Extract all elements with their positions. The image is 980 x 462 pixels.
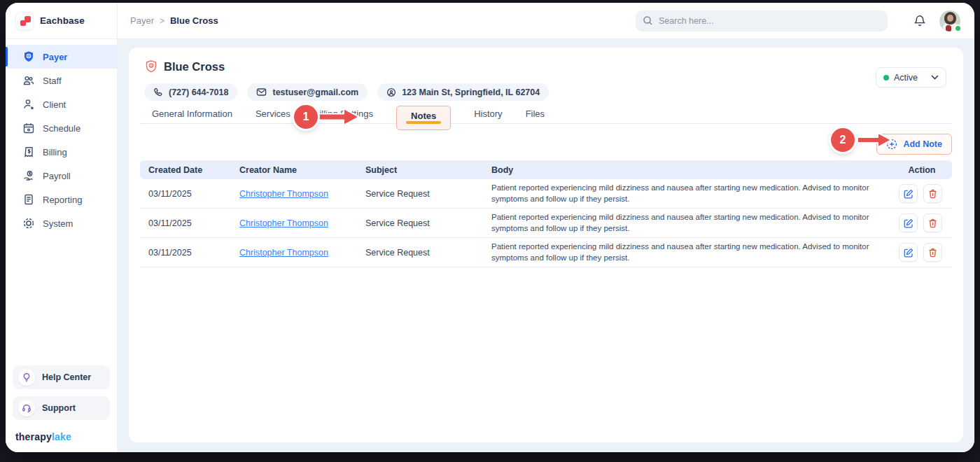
note-body-text: Patient reported experiencing mild dizzi…: [483, 209, 892, 237]
annotation-step-2-badge: 2: [831, 128, 855, 152]
breadcrumb-payer-link[interactable]: Payer: [130, 15, 154, 26]
creator-name-link[interactable]: Christopher Thompson: [239, 218, 328, 228]
sidebar-item-billing[interactable]: Billing: [6, 140, 117, 164]
help-bulb-icon: [18, 369, 35, 386]
creator-name-link[interactable]: Christopher Thompson: [239, 248, 328, 258]
sidebar-item-system[interactable]: System: [6, 211, 117, 235]
breadcrumb: Payer > Blue Cross: [130, 15, 218, 26]
gear-icon: [22, 217, 35, 230]
annotation-arrow-2: [857, 130, 893, 150]
phone-chip: (727) 644-7018: [144, 83, 237, 101]
delete-note-button[interactable]: [923, 214, 942, 232]
col-creator-name: Creator Name: [231, 165, 357, 175]
sidebar-item-label: System: [43, 218, 73, 229]
annotation-arrow-1: [316, 106, 361, 127]
delete-note-button[interactable]: [923, 184, 942, 203]
sidebar-item-label: Staff: [43, 76, 62, 86]
sidebar-item-reporting[interactable]: Reporting: [6, 188, 117, 211]
payer-detail-card: Blue Cross Active (727) 644-7018: [129, 48, 963, 442]
delete-note-button[interactable]: [923, 243, 942, 262]
note-body-text: Patient reported experiencing mild dizzi…: [483, 179, 892, 208]
created-date-value: 03/11/2025: [140, 218, 231, 228]
shield-icon: [22, 50, 35, 63]
online-status-dot: [954, 24, 962, 32]
user-avatar[interactable]: [939, 10, 960, 31]
tab-notes[interactable]: Notes: [396, 106, 451, 130]
tab-files[interactable]: Files: [526, 106, 545, 119]
payroll-icon: [22, 169, 35, 182]
email-chip: testuser@gmail.com: [247, 83, 368, 101]
location-icon: [386, 88, 396, 97]
subject-value: Service Request: [357, 218, 483, 228]
support-label: Support: [42, 403, 76, 413]
receipt-icon: [22, 146, 35, 158]
edit-note-button[interactable]: [899, 243, 918, 262]
tab-general-information[interactable]: General Information: [152, 106, 232, 119]
search-bar[interactable]: [636, 10, 888, 31]
tab-history[interactable]: History: [474, 106, 502, 119]
breadcrumb-current: Blue Cross: [170, 15, 218, 26]
sidebar-item-payer[interactable]: Payer: [6, 45, 117, 69]
sidebar-item-label: Payer: [43, 52, 67, 62]
topbar: Payer > Blue Cross: [118, 3, 974, 39]
address-chip: 123 Main St, Springfield, IL 62704: [377, 83, 549, 101]
table-row: 03/11/2025 Christopher Thompson Service …: [140, 209, 952, 238]
add-note-label: Add Note: [903, 139, 942, 149]
address-value: 123 Main St, Springfield, IL 62704: [402, 88, 540, 97]
col-subject: Subject: [357, 165, 483, 175]
search-input[interactable]: [659, 16, 881, 26]
sidebar-item-label: Reporting: [43, 195, 82, 205]
content-area: Blue Cross Active (727) 644-7018: [118, 39, 974, 452]
table-row: 03/11/2025 Christopher Thompson Service …: [140, 179, 952, 209]
bell-icon: [913, 14, 927, 28]
tab-services[interactable]: Services: [255, 106, 290, 119]
sidebar-item-label: Billing: [43, 147, 67, 158]
search-icon: [643, 15, 653, 26]
report-icon: [22, 193, 35, 206]
chevron-down-icon: [931, 75, 939, 80]
main-area: Payer > Blue Cross: [118, 3, 974, 452]
sidebar-item-client[interactable]: Client: [6, 92, 117, 116]
brand-logo-icon: [15, 12, 34, 30]
notifications-button[interactable]: [913, 14, 927, 28]
created-date-value: 03/11/2025: [140, 248, 231, 258]
person-icon: [22, 98, 35, 111]
breadcrumb-separator: >: [160, 16, 164, 26]
sidebar-item-label: Schedule: [43, 123, 80, 134]
active-status-dot: [883, 75, 889, 80]
subject-value: Service Request: [357, 248, 483, 258]
sidebar-item-label: Client: [43, 99, 66, 110]
app-window: Eachbase Payer Staff Client: [6, 3, 974, 452]
phone-value: (727) 644-7018: [169, 88, 228, 97]
payer-title-row: Blue Cross: [140, 57, 952, 76]
phone-icon: [153, 88, 163, 97]
note-body-text: Patient reported experiencing mild dizzi…: [483, 238, 892, 267]
email-value: testuser@gmail.com: [272, 88, 358, 97]
edit-note-button[interactable]: [899, 184, 918, 203]
brand-logo: Eachbase: [6, 3, 117, 39]
notes-table-header: Created Date Creator Name Subject Body A…: [140, 160, 952, 179]
contact-chips: (727) 644-7018 testuser@gmail.com 123 Ma…: [140, 83, 952, 101]
edit-note-button[interactable]: [899, 214, 918, 232]
tab-bar: General Information Services Billing Set…: [140, 106, 952, 131]
created-date-value: 03/11/2025: [140, 189, 231, 199]
page-title: Blue Cross: [164, 60, 225, 74]
annotation-step-1-badge: 1: [294, 105, 318, 129]
col-action: Action: [892, 165, 952, 175]
sidebar-item-schedule[interactable]: Schedule: [6, 116, 117, 140]
support-button[interactable]: Support: [13, 396, 110, 420]
sidebar-item-staff[interactable]: Staff: [6, 69, 117, 92]
col-body: Body: [483, 165, 892, 175]
table-row: 03/11/2025 Christopher Thompson Service …: [140, 238, 952, 267]
status-dropdown[interactable]: Active: [876, 67, 946, 88]
payer-shield-icon: [144, 59, 158, 74]
help-center-button[interactable]: Help Center: [13, 365, 110, 389]
calendar-icon: [22, 122, 35, 134]
creator-name-link[interactable]: Christopher Thompson: [239, 189, 328, 199]
therapylake-logo: therapylake: [6, 427, 117, 452]
notes-table: Created Date Creator Name Subject Body A…: [140, 160, 952, 267]
sidebar-item-payroll[interactable]: Payroll: [6, 164, 117, 188]
sidebar: Eachbase Payer Staff Client: [6, 3, 118, 452]
status-value: Active: [894, 73, 926, 83]
brand-name: Eachbase: [40, 15, 85, 26]
